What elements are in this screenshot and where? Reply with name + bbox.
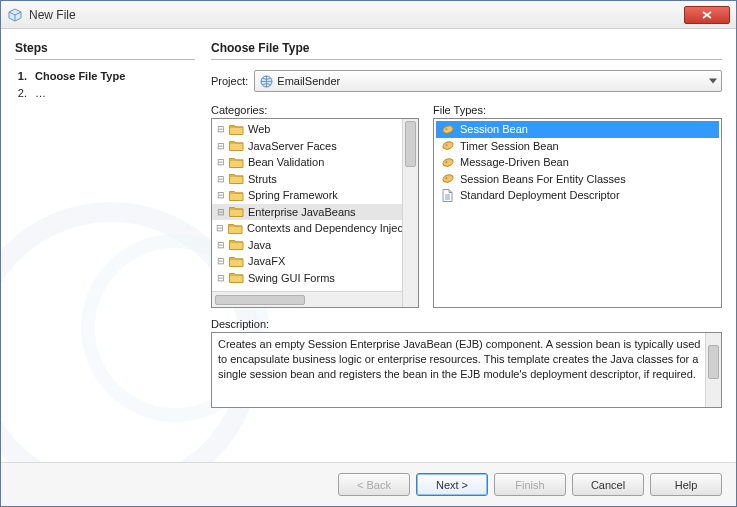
- folder-icon: [229, 255, 244, 268]
- document-icon: [440, 189, 455, 202]
- filetype-item[interactable]: Session Bean: [436, 121, 719, 138]
- button-bar: < Back Next > Finish Cancel Help: [1, 462, 736, 506]
- scrollbar-horizontal[interactable]: [212, 291, 418, 307]
- description-box: Creates an empty Session Enterprise Java…: [211, 332, 722, 408]
- svg-point-3: [441, 141, 453, 151]
- content-panel: Choose File Type Project: EmailSender Ca…: [211, 41, 722, 454]
- filetype-item[interactable]: Session Beans For Entity Classes: [436, 171, 719, 188]
- filetypes-list[interactable]: Session BeanTimer Session BeanMessage-Dr…: [433, 118, 722, 308]
- help-button[interactable]: Help: [650, 473, 722, 496]
- step-item: 2.…: [15, 85, 195, 102]
- bean-icon: [440, 123, 455, 136]
- steps-heading: Steps: [15, 41, 195, 55]
- app-icon: [7, 7, 23, 23]
- project-label: Project:: [211, 75, 248, 87]
- category-item[interactable]: ⊟Bean Validation: [212, 154, 418, 171]
- filetype-item[interactable]: Standard Deployment Descriptor: [436, 187, 719, 204]
- steps-panel: Steps 1.Choose File Type2.…: [15, 41, 195, 454]
- svg-point-6: [445, 161, 447, 163]
- description-text: Creates an empty Session Enterprise Java…: [218, 338, 700, 380]
- category-item[interactable]: ⊟Contexts and Dependency Injection: [212, 220, 418, 237]
- scrollbar-vertical[interactable]: [402, 119, 418, 307]
- filetype-item[interactable]: Message-Driven Bean: [436, 154, 719, 171]
- category-item[interactable]: ⊟Struts: [212, 171, 418, 188]
- folder-icon: [229, 172, 244, 185]
- bean-icon: [440, 139, 455, 152]
- bean-icon: [440, 156, 455, 169]
- folder-icon: [229, 123, 244, 136]
- folder-icon: [228, 222, 243, 235]
- folder-icon: [229, 238, 244, 251]
- category-item[interactable]: ⊟Web: [212, 121, 418, 138]
- description-label: Description:: [211, 318, 722, 330]
- globe-icon: [259, 74, 273, 88]
- page-title: Choose File Type: [211, 41, 722, 55]
- back-button[interactable]: < Back: [338, 473, 410, 496]
- categories-label: Categories:: [211, 104, 419, 116]
- categories-list[interactable]: ⊟Web⊟JavaServer Faces⊟Bean Validation⊟St…: [211, 118, 419, 308]
- svg-point-7: [441, 174, 453, 184]
- svg-point-4: [445, 145, 447, 147]
- close-icon: [702, 11, 712, 19]
- scrollbar-vertical[interactable]: [705, 333, 721, 407]
- category-item[interactable]: ⊟Swing GUI Forms: [212, 270, 418, 287]
- category-item[interactable]: ⊟Spring Framework: [212, 187, 418, 204]
- folder-icon: [229, 271, 244, 284]
- folder-icon: [229, 156, 244, 169]
- filetypes-label: File Types:: [433, 104, 722, 116]
- filetype-item[interactable]: Timer Session Bean: [436, 138, 719, 155]
- bean-icon: [440, 172, 455, 185]
- close-button[interactable]: [684, 6, 730, 24]
- finish-button[interactable]: Finish: [494, 473, 566, 496]
- folder-icon: [229, 205, 244, 218]
- step-item: 1.Choose File Type: [15, 68, 195, 85]
- chevron-down-icon: [709, 79, 717, 84]
- project-combo[interactable]: EmailSender: [254, 70, 722, 92]
- window-title: New File: [29, 8, 76, 22]
- svg-point-8: [445, 178, 447, 180]
- svg-point-5: [441, 157, 453, 167]
- category-item[interactable]: ⊟Java: [212, 237, 418, 254]
- svg-point-2: [445, 128, 447, 130]
- category-item[interactable]: ⊟Enterprise JavaBeans: [212, 204, 418, 221]
- project-value: EmailSender: [277, 75, 340, 87]
- title-bar[interactable]: New File: [1, 1, 736, 29]
- folder-icon: [229, 139, 244, 152]
- cancel-button[interactable]: Cancel: [572, 473, 644, 496]
- new-file-dialog: New File Steps 1.Choose File Type2.… Cho…: [0, 0, 737, 507]
- next-button[interactable]: Next >: [416, 473, 488, 496]
- category-item[interactable]: ⊟JavaServer Faces: [212, 138, 418, 155]
- folder-icon: [229, 189, 244, 202]
- category-item[interactable]: ⊟JavaFX: [212, 253, 418, 270]
- svg-point-1: [441, 124, 453, 134]
